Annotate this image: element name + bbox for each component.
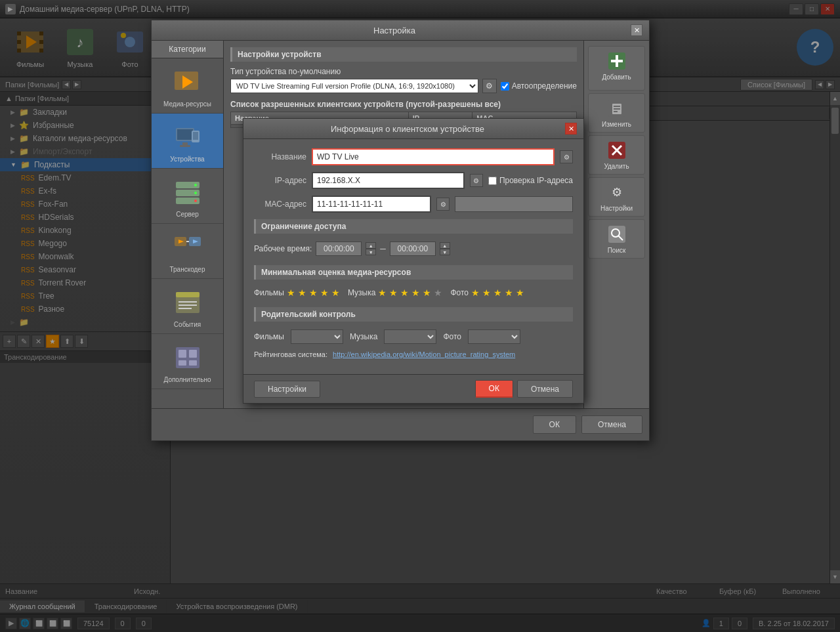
svg-rect-54	[614, 106, 620, 107]
settings-ok-button[interactable]: ОК	[533, 415, 576, 434]
photo-star-5[interactable]: ★	[516, 287, 524, 298]
svg-point-33	[194, 192, 197, 194]
time-from-down[interactable]: ▼	[366, 249, 376, 255]
type-label: Тип устройства по-умолчанию	[230, 67, 577, 76]
films-star-4[interactable]: ★	[320, 287, 329, 298]
action-search-button[interactable]: Поиск	[588, 219, 645, 259]
client-ip-label: IP-адрес	[254, 176, 306, 185]
parental-row: Фильмы Музыка Фото	[254, 327, 573, 347]
parental-photo-label: Фото	[443, 332, 461, 341]
svg-rect-41	[178, 301, 197, 303]
cat-media-icon	[172, 66, 203, 98]
client-close-button[interactable]: ✕	[565, 123, 577, 135]
client-body: Название ⚙ IP-адрес ⚙ Проверка IP-адреса…	[243, 139, 583, 374]
photo-star-3[interactable]: ★	[494, 287, 502, 298]
client-ip-row: IP-адрес ⚙ Проверка IP-адреса	[254, 172, 573, 189]
parental-music-select[interactable]	[384, 329, 436, 344]
time-from-input[interactable]	[316, 242, 362, 256]
settings-close-button[interactable]: ✕	[631, 24, 642, 36]
settings-title: Настройка	[158, 26, 631, 35]
client-ok-button[interactable]: ОК	[475, 380, 513, 398]
svg-rect-45	[178, 350, 186, 358]
time-from-up[interactable]: ▲	[366, 242, 376, 249]
films-star-1[interactable]: ★	[287, 287, 295, 298]
music-star-1[interactable]: ★	[378, 287, 387, 298]
films-star-3[interactable]: ★	[309, 287, 318, 298]
svg-rect-51	[611, 60, 623, 62]
svg-rect-24	[177, 129, 193, 140]
cat-transcode-icon	[172, 232, 203, 263]
add-label: Добавить	[602, 74, 631, 81]
cat-devices-icon	[172, 121, 203, 153]
photo-star-1[interactable]: ★	[471, 287, 480, 298]
svg-rect-25	[182, 142, 188, 145]
music-star-2[interactable]: ★	[389, 287, 398, 298]
client-name-input[interactable]	[312, 148, 555, 165]
action-delete-button[interactable]: Удалить	[588, 135, 645, 175]
parental-photo-select[interactable]	[468, 329, 520, 344]
categories-panel: Категории Медиа-ресурсы	[152, 41, 224, 408]
client-settings-button[interactable]: Настройки	[254, 381, 320, 398]
svg-rect-56	[614, 111, 618, 112]
client-title-bar: Информация о клиентском устройстве ✕	[243, 119, 583, 139]
settings-cancel-button[interactable]: Отмена	[581, 415, 642, 434]
action-edit-button[interactable]: Изменить	[588, 93, 645, 133]
time-to-input[interactable]	[390, 242, 436, 256]
cat-events[interactable]: События	[152, 279, 223, 334]
svg-rect-40	[176, 292, 200, 297]
client-ip-input[interactable]	[312, 172, 465, 189]
time-to-spin: ▲ ▼	[440, 242, 450, 255]
photo-star-4[interactable]: ★	[505, 287, 513, 298]
rating-system-row: Рейтинговая система: http://en.wikipedia…	[254, 350, 573, 358]
device-type-icon-btn[interactable]: ⚙	[482, 79, 497, 93]
client-ip-check-group: Проверка IP-адреса	[488, 176, 573, 185]
svg-text:⚙: ⚙	[612, 186, 622, 199]
cat-additional[interactable]: Дополнительно	[152, 334, 223, 389]
client-mac-input[interactable]	[312, 196, 431, 213]
client-mac-icon-btn[interactable]: ⚙	[436, 198, 450, 211]
settings-footer: ОК Отмена	[152, 408, 649, 440]
device-section-title: Настройки устройств	[230, 47, 577, 62]
cat-transcode[interactable]: Транскодер	[152, 224, 223, 279]
cat-server[interactable]: Сервер	[152, 169, 223, 224]
action-settings2-button[interactable]: ⚙ Настройки	[588, 177, 645, 217]
client-name-row: Название ⚙	[254, 148, 573, 165]
client-ip-check-label: Проверка IP-адреса	[499, 176, 573, 185]
films-star-5[interactable]: ★	[331, 287, 340, 298]
music-star-4[interactable]: ★	[411, 287, 420, 298]
cat-transcode-label: Транскодер	[170, 266, 205, 273]
cat-devices[interactable]: Устройства	[152, 114, 223, 169]
client-mac-row: МАС-адрес ⚙	[254, 196, 573, 213]
cat-media[interactable]: Медиа-ресурсы	[152, 58, 223, 114]
client-ip-icon-btn[interactable]: ⚙	[470, 174, 483, 187]
rating-link[interactable]: http://en.wikipedia.org/wiki/Motion_pict…	[333, 350, 515, 358]
client-mac-label: МАС-адрес	[254, 200, 306, 209]
action-add-button[interactable]: Добавить	[588, 46, 645, 91]
auto-detect-checkbox[interactable]	[501, 82, 509, 91]
device-type-select[interactable]: WD TV Live Streaming Full version Profil…	[230, 79, 478, 93]
music-star-6[interactable]: ★	[434, 287, 442, 298]
edit-label: Изменить	[602, 121, 631, 128]
time-to-down[interactable]: ▼	[440, 249, 450, 255]
cat-server-label: Сервер	[176, 211, 199, 218]
svg-rect-26	[180, 145, 190, 147]
time-row: Рабочее время: ▲ ▼ ─ ▲ ▼	[254, 239, 573, 259]
client-cancel-button[interactable]: Отмена	[517, 380, 573, 398]
parental-title: Родительский контроль	[254, 307, 573, 322]
client-action-buttons: ОК Отмена	[475, 380, 573, 398]
time-to-up[interactable]: ▲	[440, 242, 450, 249]
allowed-devices-title: Список разрешенных клиентских устройств …	[230, 100, 577, 109]
delete-label: Удалить	[604, 163, 629, 170]
parental-films-select[interactable]	[291, 329, 343, 344]
client-mac-extra[interactable]	[455, 196, 573, 212]
cat-devices-label: Устройства	[170, 156, 204, 163]
music-star-5[interactable]: ★	[423, 287, 431, 298]
music-star-3[interactable]: ★	[400, 287, 409, 298]
rating-row: Фильмы ★ ★ ★ ★ ★ Музыка ★ ★ ★ ★ ★ ★	[254, 285, 573, 301]
svg-rect-42	[178, 305, 197, 306]
client-ip-checkbox[interactable]	[488, 177, 497, 185]
photo-star-2[interactable]: ★	[482, 287, 491, 298]
films-star-2[interactable]: ★	[298, 287, 306, 298]
client-name-icon-btn[interactable]: ⚙	[560, 150, 573, 163]
rating-section: Минимальная оценка медиа-ресурсов Фильмы…	[254, 265, 573, 301]
